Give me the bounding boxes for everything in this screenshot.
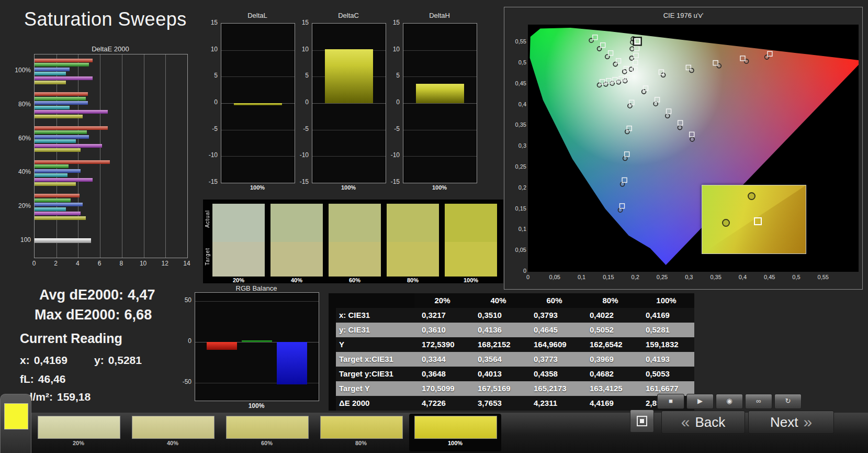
delta-bar [325, 49, 373, 103]
next-button[interactable]: Next » [748, 411, 834, 434]
table-cell: 0,3217 [414, 308, 470, 323]
cd-value: 159,18 [57, 391, 91, 403]
saturation-sweeps-page: Saturation Sweeps DeltaE 2000 100%80%60%… [0, 0, 868, 453]
deltae-bar [35, 68, 70, 71]
avg-de2000-label: Avg dE2000: [39, 287, 123, 303]
cie-x-tick: 0,1 [572, 274, 591, 280]
continuous-read-button[interactable]: ∞ [745, 394, 772, 409]
loop-button[interactable]: ↻ [774, 394, 802, 409]
rgb-balance-chart [195, 292, 319, 401]
cie-inset-square-marker [754, 217, 762, 225]
saturation-button-100[interactable]: 100% [409, 414, 501, 451]
gridline [78, 54, 78, 258]
table-cell: 164,9609 [526, 337, 582, 352]
mini-y-tick: -15 [203, 178, 218, 185]
gridline [221, 50, 295, 51]
saturation-button-20[interactable]: 20% [32, 414, 125, 451]
deltae-bar [35, 198, 71, 202]
saturation-swatch [226, 416, 309, 439]
max-de2000-value: 6,68 [125, 307, 152, 323]
saturation-button-label: 80% [315, 440, 407, 446]
deltae-bar [35, 59, 93, 62]
y-label: y: [94, 354, 104, 366]
mini-y-tick: -5 [294, 125, 309, 132]
mini-y-tick: -5 [385, 125, 400, 132]
table-cell: 0,4022 [582, 308, 638, 323]
cie-y-tick: 0,05 [506, 247, 526, 253]
mini-x-label: 100% [221, 184, 294, 191]
deltae-bar [35, 169, 81, 173]
cie-measurement-marker [661, 73, 666, 77]
table-cell: 0,3564 [470, 352, 526, 367]
gridline [403, 50, 477, 51]
red-balance-bar [207, 342, 237, 350]
square-icon [637, 416, 647, 426]
cie-measurement-marker [613, 62, 617, 67]
swatch-level-label: 80% [387, 277, 439, 283]
blue-balance-bar [277, 342, 307, 384]
table-cell: 4,4169 [582, 396, 638, 411]
cie-y-tick: 0,35 [506, 121, 526, 128]
deltae-bar [35, 216, 86, 220]
mini-y-tick: 15 [294, 19, 309, 26]
deltae-bar [35, 135, 89, 139]
table-cell: 0,3344 [414, 352, 470, 367]
cie-x-tick: 0,3 [680, 274, 698, 280]
cie-inset-circle-marker [722, 219, 730, 227]
actual-swatch [445, 204, 497, 242]
table-row-spacer [329, 337, 336, 352]
saturation-button-80[interactable]: 80% [315, 414, 407, 451]
cie-zoom-inset [702, 185, 806, 254]
deltal-chart [221, 23, 295, 183]
play-button[interactable]: ▶ [686, 394, 714, 409]
table-cell: 0,5052 [582, 323, 638, 337]
pattern-window-button[interactable] [630, 410, 654, 433]
table-cell: 170,5099 [414, 381, 470, 396]
mini-y-tick: 15 [203, 19, 218, 26]
mini-y-tick: 0 [385, 98, 400, 106]
page-title: Saturation Sweeps [24, 8, 187, 30]
mini-y-tick: 10 [203, 46, 218, 53]
read-button[interactable]: ◉ [716, 394, 743, 409]
saturation-swatch [320, 416, 403, 439]
gridline [403, 156, 477, 157]
x-value: 0,4169 [34, 354, 67, 366]
cie-y-axis: 00,050,10,150,20,250,30,350,40,450,50,55 [506, 25, 526, 272]
max-de2000-reading: Max dE2000:6,68 [35, 307, 152, 323]
deltae-bar [35, 63, 89, 67]
deltae-x-tick: 12 [157, 260, 173, 267]
x-label: x: [20, 354, 30, 366]
fl-reading: fL:46,46 [20, 373, 65, 385]
cie-diagram-panel: CIE 1976 u'v' 00,050,10,150,20,250,30,35… [504, 7, 863, 290]
cie-measurement-marker [630, 47, 634, 51]
deltae-bar [35, 81, 66, 84]
cie-chart-title: CIE 1976 u'v' [504, 12, 862, 19]
cie-x-tick: 0,55 [814, 274, 832, 280]
gridline [221, 156, 295, 157]
saturation-swatch [414, 416, 497, 439]
table-row-label: y: CIE31 [336, 323, 414, 337]
max-de2000-label: Max dE2000: [35, 307, 120, 323]
cie-measurement-marker [678, 126, 682, 130]
table-cell: 0,3648 [414, 367, 470, 381]
saturation-button-60[interactable]: 60% [221, 414, 313, 451]
deltae-bar [35, 148, 81, 152]
mini-y-tick: 10 [385, 46, 400, 53]
mini-y-tick: -10 [294, 151, 309, 159]
deltae-bar [35, 139, 76, 143]
deltae-x-tick: 8 [114, 260, 129, 267]
cie-measurement-marker [598, 83, 602, 87]
rgb-y-tick: 0 [172, 337, 191, 345]
stop-button[interactable]: ■ [657, 394, 684, 409]
gridline [403, 103, 477, 104]
saturation-button-40[interactable]: 40% [127, 414, 219, 451]
cie-measurement-marker [629, 56, 634, 60]
table-cell: 0,3510 [470, 308, 526, 323]
target-row-label: Target [205, 248, 210, 266]
table-cell: 0,4013 [470, 367, 526, 381]
gridline [144, 54, 144, 258]
back-button[interactable]: « Back [661, 411, 745, 434]
deltae-y-tick: 100 [3, 236, 31, 244]
cie-y-tick: 0,5 [506, 59, 526, 65]
table-row-spacer [329, 381, 336, 396]
